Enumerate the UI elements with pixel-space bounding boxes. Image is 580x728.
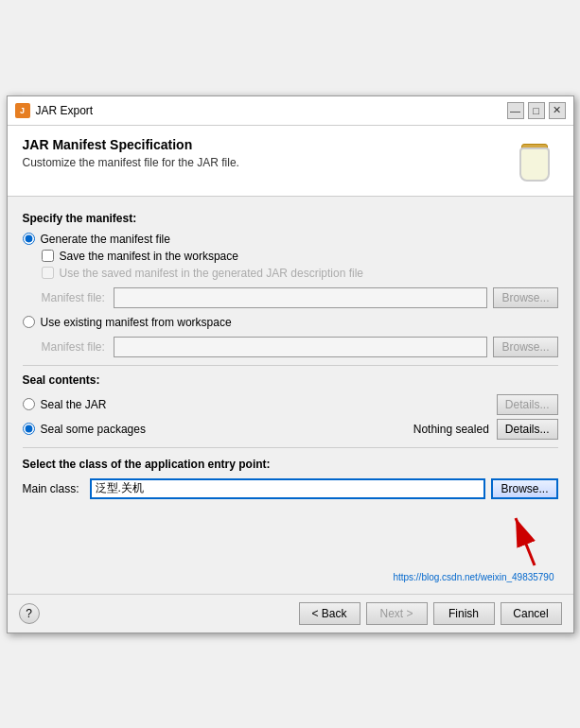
use-saved-manifest-row: Use the saved manifest in the generated …: [42, 267, 558, 280]
arrow-annotation: [23, 504, 558, 570]
jar-image-icon: [519, 144, 550, 178]
jar-export-dialog: J JAR Export — □ ✕ JAR Manifest Specific…: [7, 95, 574, 633]
seal-some-label: Seal some packages: [41, 423, 146, 436]
minimize-button[interactable]: —: [507, 102, 524, 119]
seal-jar-row: Seal the JAR Details...: [23, 394, 558, 415]
manifest-file-row-1: Manifest file: Browse...: [42, 287, 558, 308]
svg-line-1: [516, 518, 535, 565]
content-area: Specify the manifest: Generate the manif…: [8, 197, 573, 594]
next-button[interactable]: Next >: [366, 602, 428, 625]
jar-body: [519, 147, 550, 182]
main-class-label: Main class:: [23, 482, 84, 495]
help-button[interactable]: ?: [19, 603, 40, 624]
main-class-browse-button[interactable]: Browse...: [491, 478, 557, 499]
entry-point-section: Select the class of the application entr…: [23, 458, 558, 499]
use-existing-manifest-label: Use existing manifest from workspace: [41, 316, 232, 329]
main-class-row: Main class: Browse...: [23, 478, 558, 499]
seal-jar-details-button[interactable]: Details...: [497, 394, 558, 415]
manifest-file-label-2: Manifest file:: [42, 340, 108, 354]
save-manifest-label: Save the manifest in the workspace: [60, 250, 238, 263]
seal-some-details-button[interactable]: Details...: [497, 419, 558, 440]
generate-manifest-radio[interactable]: [23, 233, 35, 245]
generate-manifest-label: Generate the manifest file: [41, 233, 170, 246]
save-manifest-row: Save the manifest in the workspace: [42, 250, 558, 263]
manifest-file-input-2[interactable]: [114, 337, 488, 357]
finish-button[interactable]: Finish: [433, 602, 495, 625]
use-saved-manifest-label: Use the saved manifest in the generated …: [60, 267, 364, 280]
seal-jar-label: Seal the JAR: [41, 398, 107, 411]
seal-some-radio[interactable]: [23, 423, 35, 435]
footer-right: < Back Next > Finish Cancel: [299, 602, 562, 625]
browse-button-2[interactable]: Browse...: [493, 337, 557, 357]
header-text: JAR Manifest Specification Customize the…: [23, 137, 501, 169]
page-subtitle: Customize the manifest file for the JAR …: [23, 156, 501, 169]
divider-1: [23, 365, 558, 366]
title-bar: J JAR Export — □ ✕: [8, 96, 573, 126]
manifest-file-row-2: Manifest file: Browse...: [42, 337, 558, 357]
use-existing-manifest-radio[interactable]: [23, 316, 35, 328]
manifest-file-label-1: Manifest file:: [42, 291, 108, 304]
header-icon: [511, 137, 558, 184]
entry-point-label: Select the class of the application entr…: [23, 458, 558, 471]
manifest-file-input-1[interactable]: [114, 287, 488, 308]
seal-jar-radio[interactable]: [23, 398, 35, 410]
cancel-button[interactable]: Cancel: [501, 602, 562, 625]
page-title: JAR Manifest Specification: [23, 137, 501, 152]
browse-button-1[interactable]: Browse...: [493, 287, 557, 308]
save-manifest-checkbox[interactable]: [42, 250, 54, 262]
dialog-title: JAR Export: [36, 104, 501, 117]
nothing-sealed-text: Nothing sealed: [413, 423, 489, 436]
dialog-icon: J: [15, 103, 30, 118]
maximize-button[interactable]: □: [528, 102, 545, 119]
generate-manifest-row: Generate the manifest file: [23, 233, 558, 246]
back-button[interactable]: < Back: [299, 602, 360, 625]
specify-manifest-label: Specify the manifest:: [23, 212, 558, 225]
seal-some-right: Nothing sealed Details...: [413, 419, 558, 440]
watermark-text: https://blog.csdn.net/weixin_49835790: [23, 572, 558, 582]
header-section: JAR Manifest Specification Customize the…: [8, 126, 573, 197]
seal-contents-section: Seal contents: Seal the JAR Details... S…: [23, 373, 558, 440]
footer-left: ?: [19, 603, 40, 624]
seal-contents-label: Seal contents:: [23, 373, 558, 387]
use-saved-manifest-checkbox[interactable]: [42, 267, 54, 279]
seal-jar-left: Seal the JAR: [23, 398, 107, 411]
divider-2: [23, 447, 558, 448]
use-existing-manifest-row: Use existing manifest from workspace: [23, 316, 558, 329]
arrow-icon: [440, 509, 554, 570]
main-class-input[interactable]: [90, 478, 486, 499]
close-button[interactable]: ✕: [549, 102, 566, 119]
manifest-options: Generate the manifest file Save the mani…: [23, 233, 558, 357]
footer: ? < Back Next > Finish Cancel: [8, 594, 573, 633]
window-controls: — □ ✕: [507, 102, 566, 119]
seal-some-left: Seal some packages: [23, 423, 146, 436]
seal-some-row: Seal some packages Nothing sealed Detail…: [23, 419, 558, 440]
